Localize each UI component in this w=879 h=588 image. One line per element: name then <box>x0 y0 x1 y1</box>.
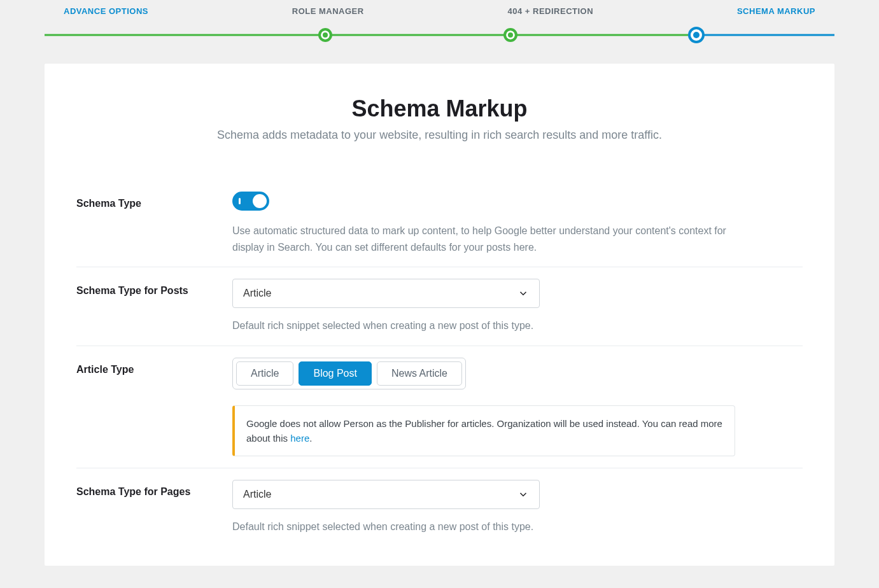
posts-schema-select[interactable]: Article <box>232 279 540 308</box>
article-type-segmented: Article Blog Post News Article <box>232 358 466 389</box>
pages-schema-label: Schema Type for Pages <box>76 480 232 535</box>
article-type-newsarticle[interactable]: News Article <box>377 361 462 386</box>
step-dot-schema <box>688 27 705 43</box>
chevron-down-icon <box>517 489 529 500</box>
pages-schema-select[interactable]: Article <box>232 480 540 509</box>
posts-schema-hint: Default rich snippet selected when creat… <box>232 318 754 334</box>
row-pages-schema: Schema Type for Pages Article Default ri… <box>76 468 803 547</box>
step-advance-options[interactable]: ADVANCE OPTIONS <box>64 6 148 16</box>
page-subtitle: Schema adds metadata to your website, re… <box>45 129 834 142</box>
notice-link[interactable]: here <box>290 433 309 444</box>
row-article-type: Article Type Article Blog Post News Arti… <box>76 346 803 469</box>
row-schema-type: Schema Type Use automatic structured dat… <box>76 180 803 267</box>
chevron-down-icon <box>517 288 529 299</box>
article-type-label: Article Type <box>76 358 232 457</box>
step-schema-markup[interactable]: SCHEMA MARKUP <box>737 6 815 16</box>
article-type-notice: Google does not allow Person as the Publ… <box>232 405 735 457</box>
schema-type-hint: Use automatic structured data to mark up… <box>232 223 754 255</box>
settings-card: Schema Markup Schema adds metadata to yo… <box>45 64 834 566</box>
schema-type-label: Schema Type <box>76 192 232 255</box>
pages-schema-hint: Default rich snippet selected when creat… <box>232 519 754 535</box>
notice-text: Google does not allow Person as the Publ… <box>246 418 722 444</box>
pages-schema-value: Article <box>243 489 271 500</box>
step-404-redirection[interactable]: 404 + REDIRECTION <box>508 6 594 16</box>
posts-schema-label: Schema Type for Posts <box>76 279 232 334</box>
wizard-stepper: ADVANCE OPTIONS ROLE MANAGER 404 + REDIR… <box>0 0 879 38</box>
step-role-manager[interactable]: ROLE MANAGER <box>292 6 364 16</box>
notice-period: . <box>309 433 312 444</box>
posts-schema-value: Article <box>243 288 271 299</box>
step-dot-404 <box>503 28 517 42</box>
article-type-article[interactable]: Article <box>236 361 293 386</box>
article-type-blogpost[interactable]: Blog Post <box>299 361 371 386</box>
page-title: Schema Markup <box>45 95 834 122</box>
row-posts-schema: Schema Type for Posts Article Default ri… <box>76 267 803 346</box>
schema-type-toggle[interactable] <box>232 192 269 211</box>
step-dot-role-manager <box>318 28 332 42</box>
